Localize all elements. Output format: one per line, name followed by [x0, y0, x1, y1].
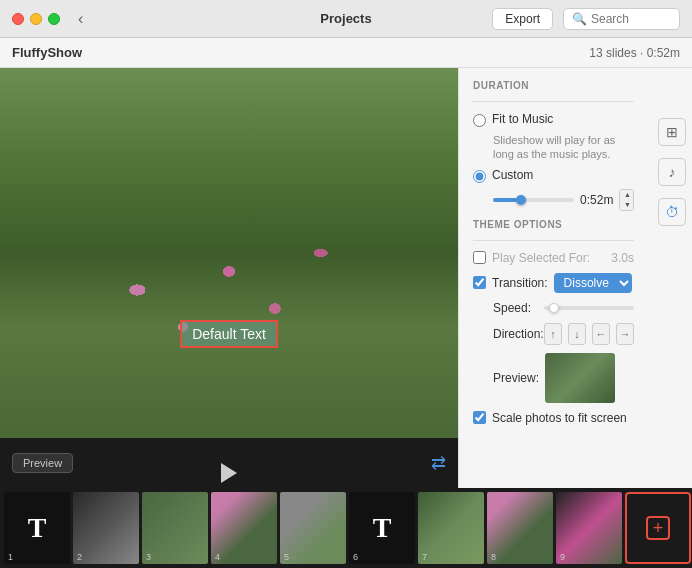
video-frame: Default Text	[0, 68, 458, 438]
direction-up-button[interactable]: ↑	[544, 323, 562, 345]
play-button[interactable]	[221, 463, 237, 483]
slide-number: 4	[215, 552, 220, 562]
refresh-icon[interactable]: ⇄	[431, 452, 446, 474]
preview-thumbnail-label: Preview:	[493, 371, 539, 385]
slide-number: 8	[491, 552, 496, 562]
fit-to-music-radio[interactable]	[473, 114, 486, 127]
direction-row: Direction: ↑ ↓ ← →	[473, 323, 634, 345]
filmstrip-item[interactable]: T 1	[4, 492, 70, 564]
main-content: Default Text Preview ⇄ DURATION Fit to M…	[0, 68, 692, 488]
filmstrip: T 1 2 3 4 5 T 6 7 8 9 +	[0, 488, 692, 568]
filmstrip-item[interactable]: T 6	[349, 492, 415, 564]
slide-number: 7	[422, 552, 427, 562]
filmstrip-item[interactable]: 3	[142, 492, 208, 564]
duration-slider-fill	[493, 198, 517, 202]
slide-number: 3	[146, 552, 151, 562]
transition-select[interactable]: Dissolve	[554, 273, 632, 293]
direction-left-button[interactable]: ←	[592, 323, 610, 345]
minimize-button[interactable]	[30, 13, 42, 25]
search-box[interactable]: 🔍	[563, 8, 680, 30]
play-selected-label: Play Selected For:	[492, 251, 590, 265]
stepper-up[interactable]: ▲	[620, 190, 634, 200]
titlebar-actions: Export 🔍	[492, 8, 680, 30]
close-button[interactable]	[12, 13, 24, 25]
direction-label: Direction:	[493, 327, 538, 341]
video-controls: Preview ⇄	[0, 438, 458, 488]
export-button[interactable]: Export	[492, 8, 553, 30]
maximize-button[interactable]	[48, 13, 60, 25]
fit-to-music-label: Fit to Music	[492, 112, 553, 126]
play-selected-value: 3.0s	[611, 251, 634, 265]
back-button[interactable]: ‹	[72, 8, 89, 30]
window-title: Projects	[320, 11, 371, 26]
duration-slider[interactable]	[493, 198, 574, 202]
duration-stepper[interactable]: ▲ ▼	[619, 189, 634, 211]
fit-to-music-row: Fit to Music	[473, 112, 634, 127]
project-name: FluffyShow	[12, 45, 82, 60]
video-area: Default Text Preview ⇄	[0, 68, 458, 488]
add-icon: +	[646, 516, 670, 540]
play-selected-checkbox[interactable]	[473, 251, 486, 264]
traffic-lights	[12, 13, 60, 25]
duration-value: 0:52m	[580, 193, 613, 207]
speed-row: Speed:	[473, 301, 634, 315]
stepper-down[interactable]: ▼	[620, 200, 634, 210]
preview-button[interactable]: Preview	[12, 453, 73, 473]
slide-number: 1	[8, 552, 13, 562]
transition-checkbox[interactable]	[473, 276, 486, 289]
transition-label: Transition:	[492, 276, 548, 290]
right-panel: DURATION Fit to Music Slideshow will pla…	[458, 68, 692, 488]
search-input[interactable]	[591, 12, 671, 26]
slide-number: 9	[560, 552, 565, 562]
fit-to-music-sublabel: Slideshow will play for as long as the m…	[493, 133, 634, 162]
custom-label: Custom	[492, 168, 533, 182]
filmstrip-item[interactable]: 5	[280, 492, 346, 564]
scale-row: Scale photos to fit screen	[473, 411, 634, 425]
search-icon: 🔍	[572, 12, 587, 26]
scale-checkbox[interactable]	[473, 411, 486, 424]
scale-label: Scale photos to fit screen	[492, 411, 627, 425]
direction-down-button[interactable]: ↓	[568, 323, 586, 345]
timer-icon-button[interactable]: ⏱	[658, 198, 686, 226]
filmstrip-item[interactable]: 7	[418, 492, 484, 564]
duration-section-label: DURATION	[473, 80, 634, 91]
custom-row: Custom	[473, 168, 634, 183]
transition-row: Transition: Dissolve	[473, 273, 634, 293]
filmstrip-item[interactable]: 2	[73, 492, 139, 564]
theme-section-label: THEME OPTIONS	[473, 219, 634, 230]
panel-icons: ⊞ ♪ ⏱	[658, 118, 686, 226]
subtitle-bar: FluffyShow 13 slides · 0:52m	[0, 38, 692, 68]
titlebar: ‹ Projects Export 🔍	[0, 0, 692, 38]
preview-thumbnail-row: Preview:	[473, 353, 634, 403]
slide-info: 13 slides · 0:52m	[589, 46, 680, 60]
speed-label: Speed:	[493, 301, 538, 315]
duration-divider	[473, 101, 634, 102]
add-slide-button[interactable]: +	[625, 492, 691, 564]
text-overlay[interactable]: Default Text	[180, 320, 278, 348]
speed-slider-thumb	[549, 303, 559, 313]
custom-radio[interactable]	[473, 170, 486, 183]
filmstrip-item[interactable]: 9	[556, 492, 622, 564]
duration-slider-thumb	[516, 195, 526, 205]
preview-thumbnail	[545, 353, 615, 403]
play-selected-row: Play Selected For: 3.0s	[473, 251, 634, 265]
video-background	[0, 68, 458, 438]
theme-divider	[473, 240, 634, 241]
filmstrip-item[interactable]: 4	[211, 492, 277, 564]
speed-slider[interactable]	[544, 306, 634, 310]
direction-right-button[interactable]: →	[616, 323, 634, 345]
filmstrip-item[interactable]: 8	[487, 492, 553, 564]
slide-number: 2	[77, 552, 82, 562]
copy-icon-button[interactable]: ⊞	[658, 118, 686, 146]
music-icon-button[interactable]: ♪	[658, 158, 686, 186]
slide-number: 6	[353, 552, 358, 562]
slide-number: 5	[284, 552, 289, 562]
